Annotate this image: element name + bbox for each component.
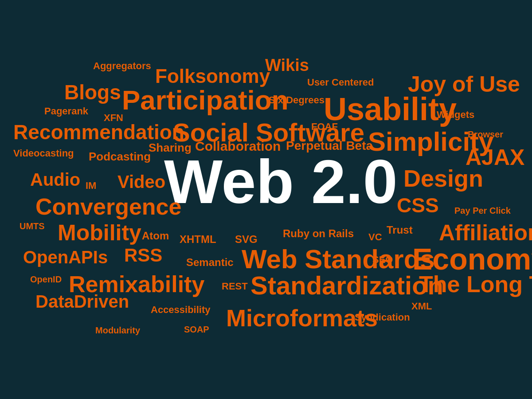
word-web-standards: Web Standards	[242, 246, 435, 273]
word-rss: RSS	[124, 246, 162, 265]
word-openapis: OpenAPIs	[23, 248, 108, 266]
word-datadriven: DataDriven	[35, 293, 129, 310]
word-foaf: FOAF	[311, 122, 338, 132]
word-participation: Participation	[122, 86, 289, 114]
word-mobility: Mobility	[58, 222, 141, 244]
word-standardization: Standardization	[250, 273, 443, 298]
word-convergence: Convergence	[35, 195, 181, 218]
word-collaboration: Collaboration	[195, 140, 281, 153]
word-browser: Browser	[468, 130, 503, 139]
word-rest: REST	[222, 282, 248, 291]
word-blogs: Blogs	[64, 82, 121, 102]
word-joy-of-use: Joy of Use	[408, 73, 520, 95]
word-seo: SEO	[372, 255, 393, 265]
word-im: IM	[86, 181, 96, 191]
word-svg: SVG	[235, 234, 258, 245]
word-ruby-on-rails: Ruby on Rails	[283, 228, 354, 239]
word-pay-per-click: Pay Per Click	[454, 206, 511, 215]
word-syndication: Syndication	[355, 313, 410, 322]
word-openid: OpenID	[30, 275, 62, 284]
word-xhtml: XHTML	[180, 234, 216, 245]
word-wikis: Wikis	[265, 57, 309, 74]
word-user-centered: User Centered	[307, 78, 374, 87]
word-podcasting: Podcasting	[89, 151, 151, 162]
word-xfn: XFN	[104, 113, 123, 123]
word-soap: SOAP	[184, 325, 209, 334]
word-audio: Audio	[30, 171, 80, 188]
word-recommendation: Recommendation	[13, 122, 184, 142]
word-widgets: Widgets	[437, 110, 474, 120]
word-vc: VC	[368, 232, 382, 242]
word-sharing: Sharing	[149, 142, 192, 153]
word-trust: Trust	[387, 225, 413, 235]
word-pagerank: Pagerank	[44, 106, 88, 116]
word-web20: Web 2.0	[164, 151, 398, 213]
word-videocasting: Videocasting	[13, 149, 74, 158]
word-folksonomy: Folksonomy	[155, 66, 270, 86]
word-ajax: AJAX	[466, 146, 524, 168]
word-aggregators: Aggregators	[93, 61, 151, 71]
word-cloud: Web 2.0UsabilityParticipationSocial Soft…	[0, 0, 532, 399]
word-umts: UMTS	[20, 222, 45, 231]
word-perpetual-beta: Perpetual Beta	[286, 140, 373, 152]
word-xml: XML	[411, 301, 432, 311]
word-atom: Atom	[142, 231, 169, 241]
word-semantic: Semantic	[186, 257, 234, 268]
word-the-long-tail: The Long Tail	[419, 273, 532, 296]
word-affiliation: Affiliation	[439, 222, 532, 244]
word-design: Design	[403, 166, 483, 190]
word-accessibility: Accessibility	[151, 305, 211, 315]
word-six-degrees: Six Degrees	[269, 95, 325, 105]
word-video: Video	[117, 173, 165, 191]
word-css: CSS	[397, 195, 439, 215]
word-modularity: Modularity	[95, 326, 140, 335]
